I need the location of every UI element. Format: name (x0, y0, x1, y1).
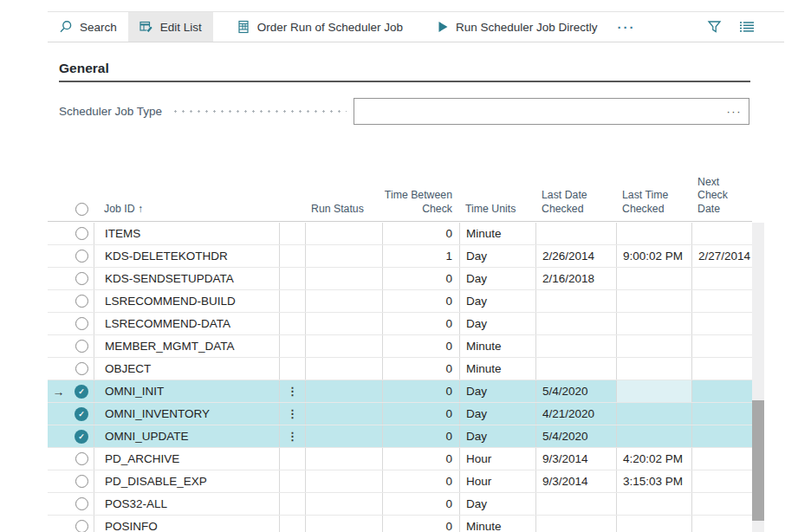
search-button[interactable]: Search (48, 12, 128, 42)
table-row[interactable]: PD_ARCHIVE 0 Hour 9/3/2014 4:20:02 PM (48, 448, 752, 470)
run-status-cell[interactable] (305, 425, 382, 447)
column-header-last-time-checked[interactable]: Last Time Checked (616, 189, 691, 221)
job-id-cell[interactable]: POSINFO (94, 516, 279, 532)
run-status-cell[interactable] (305, 448, 382, 470)
column-header-run-status[interactable]: Run Status (305, 203, 382, 222)
select-all-radio[interactable] (75, 203, 88, 216)
time-units-cell[interactable]: Day (459, 380, 535, 402)
last-time-checked-cell[interactable] (616, 313, 691, 334)
job-id-cell[interactable]: OMNI_UPDATE (94, 425, 279, 447)
row-select-radio[interactable]: ✓ (75, 385, 88, 399)
column-header-last-date-checked[interactable]: Last Date Checked (535, 189, 616, 221)
row-select-radio[interactable] (75, 475, 88, 488)
run-directly-button[interactable]: Run Scheduler Job Directly (426, 12, 609, 42)
next-check-date-cell[interactable] (691, 290, 752, 312)
last-date-checked-cell[interactable]: 5/4/2020 (535, 380, 616, 402)
row-select-radio[interactable] (75, 295, 88, 308)
last-time-checked-cell[interactable] (616, 493, 691, 515)
toolbar-overflow-button[interactable]: ··· (608, 12, 644, 42)
last-time-checked-cell[interactable] (616, 380, 691, 402)
row-menu-icon[interactable] (279, 335, 305, 357)
job-id-cell[interactable]: OBJECT (94, 358, 279, 380)
last-date-checked-cell[interactable] (535, 358, 616, 380)
time-between-check-cell[interactable]: 1 (382, 245, 459, 267)
run-status-cell[interactable] (305, 313, 382, 334)
row-menu-icon[interactable] (279, 223, 305, 244)
job-id-cell[interactable]: KDS-SENDSETUPDATA (94, 268, 279, 289)
row-select-radio[interactable] (75, 250, 88, 263)
last-date-checked-cell[interactable] (535, 223, 616, 244)
time-between-check-cell[interactable]: 0 (382, 380, 459, 402)
order-run-button[interactable]: Order Run of Scheduler Job (225, 12, 414, 42)
table-row[interactable]: KDS-SENDSETUPDATA 0 Day 2/16/2018 (48, 268, 752, 290)
last-time-checked-cell[interactable] (616, 403, 691, 425)
last-time-checked-cell[interactable] (616, 268, 691, 289)
time-units-cell[interactable]: Hour (459, 470, 535, 492)
vertical-scrollbar[interactable] (752, 223, 764, 532)
next-check-date-cell[interactable]: 2/27/2014 (691, 245, 752, 267)
table-row[interactable]: ✓ OMNI_UPDATE ⋮ 0 Day 5/4/2020 (48, 425, 752, 448)
column-header-next-check-date[interactable]: Next Check Date (691, 176, 752, 222)
edit-list-button[interactable]: Edit List (128, 12, 213, 42)
row-select-radio[interactable] (75, 227, 88, 240)
time-units-cell[interactable]: Day (459, 245, 535, 267)
last-date-checked-cell[interactable]: 2/16/2018 (535, 268, 616, 289)
last-date-checked-cell[interactable] (535, 290, 616, 312)
last-date-checked-cell[interactable]: 4/21/2020 (535, 403, 616, 425)
table-row[interactable]: POSINFO 0 Minute (48, 516, 752, 532)
time-between-check-cell[interactable]: 0 (382, 223, 459, 244)
next-check-date-cell[interactable] (691, 358, 752, 380)
next-check-date-cell[interactable] (691, 448, 752, 470)
last-date-checked-cell[interactable] (535, 313, 616, 334)
row-select-radio[interactable] (75, 317, 88, 330)
time-between-check-cell[interactable]: 0 (382, 425, 459, 447)
last-time-checked-cell[interactable] (616, 516, 691, 532)
job-id-cell[interactable]: OMNI_INVENTORY (94, 403, 279, 425)
time-between-check-cell[interactable]: 0 (382, 358, 459, 380)
time-between-check-cell[interactable]: 0 (382, 313, 459, 334)
time-units-cell[interactable]: Day (459, 268, 535, 289)
last-date-checked-cell[interactable]: 9/3/2014 (535, 470, 616, 492)
row-menu-icon[interactable] (279, 358, 305, 380)
job-id-cell[interactable]: ITEMS (94, 223, 279, 244)
time-between-check-cell[interactable]: 0 (382, 493, 459, 515)
last-date-checked-cell[interactable]: 5/4/2020 (535, 425, 616, 447)
time-units-cell[interactable]: Day (459, 313, 535, 334)
row-menu-icon[interactable]: ⋮ (279, 380, 305, 402)
last-time-checked-cell[interactable] (616, 335, 691, 357)
assist-edit-button[interactable]: ··· (727, 106, 743, 117)
time-between-check-cell[interactable]: 0 (382, 403, 459, 425)
row-menu-icon[interactable] (279, 448, 305, 470)
next-check-date-cell[interactable] (691, 335, 752, 357)
row-menu-icon[interactable] (279, 290, 305, 312)
scrollbar-thumb[interactable] (752, 400, 764, 521)
job-id-cell[interactable]: POS32-ALL (94, 493, 279, 515)
table-row[interactable]: LSRECOMMEND-DATA 0 Day (48, 313, 752, 335)
row-select-radio[interactable] (75, 340, 88, 353)
last-time-checked-cell[interactable] (616, 223, 691, 244)
job-id-cell[interactable]: PD_ARCHIVE (94, 448, 279, 470)
last-time-checked-cell[interactable]: 4:20:02 PM (616, 448, 691, 470)
column-header-time-between-check[interactable]: Time Between Check (382, 189, 459, 221)
row-menu-icon[interactable] (279, 313, 305, 334)
time-between-check-cell[interactable]: 0 (382, 268, 459, 289)
last-time-checked-cell[interactable] (616, 358, 691, 380)
table-row[interactable]: MEMBER_MGMT_DATA 0 Minute (48, 335, 752, 358)
time-units-cell[interactable]: Minute (459, 223, 535, 244)
table-row[interactable]: → ✓ OMNI_INIT ⋮ 0 Day 5/4/2020 (48, 380, 752, 403)
filter-icon[interactable] (707, 20, 722, 34)
time-between-check-cell[interactable]: 0 (382, 470, 459, 492)
row-menu-icon[interactable] (279, 245, 305, 267)
run-status-cell[interactable] (305, 516, 382, 532)
run-status-cell[interactable] (305, 380, 382, 402)
time-between-check-cell[interactable]: 0 (382, 335, 459, 357)
last-time-checked-cell[interactable] (616, 290, 691, 312)
next-check-date-cell[interactable] (691, 493, 752, 515)
row-select-radio[interactable] (75, 452, 88, 465)
run-status-cell[interactable] (305, 403, 382, 425)
table-row[interactable]: PD_DISABLE_EXP 0 Hour 9/3/2014 3:15:03 P… (48, 470, 752, 493)
run-status-cell[interactable] (305, 245, 382, 267)
last-time-checked-cell[interactable] (616, 425, 691, 447)
table-row[interactable]: OBJECT 0 Minute (48, 358, 752, 380)
row-select-radio[interactable] (75, 272, 88, 285)
